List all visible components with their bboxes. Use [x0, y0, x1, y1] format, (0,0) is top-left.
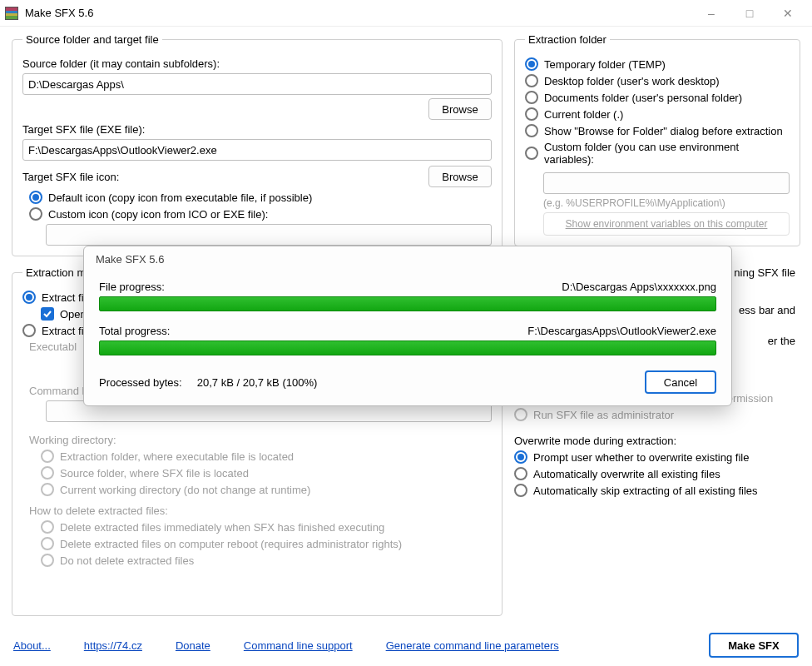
overwrite-legend: Overwrite mode during extraction: — [514, 435, 800, 447]
file-progress-bar — [99, 296, 716, 311]
ef-temp-radio[interactable]: Temporary folder (TEMP) — [525, 57, 790, 71]
source-folder-input[interactable] — [22, 73, 492, 95]
window-title: Make SFX 5.6 — [25, 7, 692, 19]
ow-auto-radio[interactable]: Automatically overwrite all existing fil… — [514, 467, 800, 480]
processed-value: 20,7 kB / 20,7 kB (100%) — [197, 376, 318, 389]
ef-desktop-radio[interactable]: Desktop folder (user's work desktop) — [525, 74, 790, 87]
ef-hint: (e.g. %USERPROFILE%\MyApplication\) — [543, 197, 790, 209]
target-file-input[interactable] — [22, 139, 492, 161]
workdir-opt3: Current working directory (do not change… — [41, 483, 492, 496]
site-link[interactable]: https://74.cz — [84, 639, 142, 652]
default-icon-label: Default icon (copy icon from executable … — [48, 191, 312, 204]
custom-icon-radio[interactable]: Custom icon (copy icon from ICO or EXE f… — [29, 207, 492, 221]
ow-skip-radio[interactable]: Automatically skip extracting of all exi… — [514, 484, 800, 497]
total-progress-label: Total progress: — [99, 325, 170, 337]
custom-icon-label: Custom icon (copy icon from ICO or EXE f… — [48, 208, 268, 221]
delete-opt2: Delete extracted files on computer reboo… — [41, 537, 492, 550]
show-env-vars-link[interactable]: Show environment variables on this compu… — [543, 212, 790, 236]
maximize-button[interactable]: □ — [730, 0, 769, 27]
ef-current-radio[interactable]: Current folder (.) — [525, 107, 790, 121]
workdir-label: Working directory: — [29, 434, 492, 446]
close-button[interactable]: ✕ — [769, 0, 807, 27]
gen-cmd-link[interactable]: Generate command line parameters — [386, 639, 559, 652]
progress-dialog-title: Make SFX 5.6 — [84, 246, 731, 271]
source-browse-button[interactable]: Browse — [428, 98, 492, 120]
donate-link[interactable]: Donate — [176, 639, 210, 652]
target-browse-button[interactable]: Browse — [428, 166, 492, 187]
cmdline-link[interactable]: Command line support — [244, 639, 353, 652]
total-progress-path: F:\DescargasApps\OutlookViewer2.exe — [527, 325, 716, 337]
titlebar: Make SFX 5.6 – □ ✕ — [0, 0, 812, 27]
total-progress-bar — [99, 340, 716, 355]
ef-custom-input — [543, 172, 790, 194]
footer: About... https://74.cz Donate Command li… — [0, 633, 812, 658]
icon-label: Target SFX file icon: — [22, 171, 119, 183]
workdir-opt2: Source folder, where SFX file is located — [41, 466, 492, 480]
app-icon — [5, 7, 18, 20]
source-target-legend: Source folder and target file — [22, 33, 162, 46]
custom-icon-input — [46, 224, 492, 246]
delete-opt3: Do not delete extracted files — [41, 554, 492, 567]
about-link[interactable]: About... — [13, 639, 51, 652]
shield-admin-radio: Run SFX file as administrator — [514, 408, 800, 421]
make-sfx-button[interactable]: Make SFX — [709, 633, 799, 658]
delete-label: How to delete extracted files: — [29, 504, 492, 517]
source-target-group: Source folder and target file Source fol… — [12, 33, 503, 256]
source-folder-label: Source folder (it may contain subfolders… — [22, 57, 492, 70]
cancel-button[interactable]: Cancel — [645, 370, 716, 394]
ow-prompt-radio[interactable]: Prompt user whether to overwrite existin… — [514, 450, 800, 464]
ef-documents-radio[interactable]: Documents folder (user's personal folder… — [525, 91, 790, 104]
delete-opt1: Delete extracted files immediately when … — [41, 520, 492, 534]
workdir-opt1: Extraction folder, where executable file… — [41, 450, 492, 463]
default-icon-radio[interactable]: Default icon (copy icon from executable … — [29, 191, 492, 204]
file-progress-path: D:\Descargas Apps\xxxxxxx.png — [562, 281, 716, 293]
ef-browse-radio[interactable]: Show "Browse for Folder" dialog before e… — [525, 124, 790, 137]
target-file-label: Target SFX file (EXE file): — [22, 123, 492, 136]
progress-dialog: Make SFX 5.6 File progress: D:\Descargas… — [83, 246, 732, 406]
ef-custom-radio[interactable]: Custom folder (you can use environment v… — [525, 141, 790, 166]
processed-label: Processed bytes: — [99, 376, 182, 389]
extraction-folder-group: Extraction folder Temporary folder (TEMP… — [514, 33, 800, 246]
minimize-button[interactable]: – — [692, 0, 730, 27]
extraction-folder-legend: Extraction folder — [525, 33, 610, 46]
file-progress-label: File progress: — [99, 281, 165, 293]
